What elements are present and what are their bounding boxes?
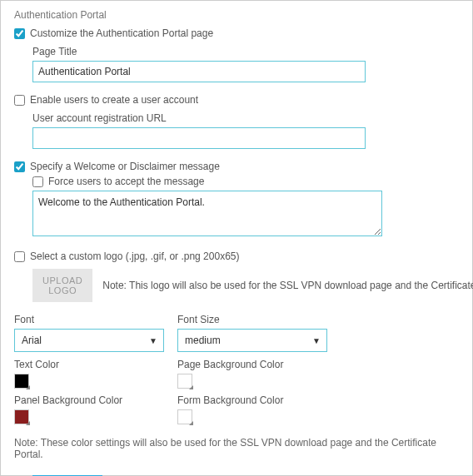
page-bg-col: Page Background Color [177, 359, 327, 391]
font-select[interactable]: Arial [14, 329, 164, 352]
panel-title: Authentication Portal [14, 9, 459, 21]
enable-users-label: Enable users to create a user account [30, 94, 198, 106]
force-row: Force users to accept the message [32, 176, 459, 187]
welcome-label: Specify a Welcome or Disclaimer message [30, 161, 220, 172]
font-size-col: Font Size medium ▼ [177, 314, 327, 352]
user-url-input[interactable] [32, 127, 366, 149]
page-bg-label: Page Background Color [177, 359, 327, 370]
page-title-label: Page Title [32, 46, 459, 57]
force-label: Force users to accept the message [48, 176, 204, 187]
color-note: Note: These color settings will also be … [14, 437, 459, 460]
page-title-input[interactable] [32, 61, 366, 82]
form-bg-col: Form Background Color [177, 394, 327, 427]
welcome-message-textarea[interactable] [32, 191, 382, 236]
customize-checkbox[interactable] [14, 28, 25, 39]
panel-bg-swatch[interactable] [14, 409, 29, 424]
text-color-col: Text Color [14, 359, 164, 391]
color-row-2: Panel Background Color Form Background C… [14, 394, 459, 427]
font-row: Font Arial ▼ Font Size medium ▼ [14, 314, 459, 352]
font-col: Font Arial ▼ [14, 314, 164, 352]
welcome-row: Specify a Welcome or Disclaimer message [14, 161, 459, 172]
font-label: Font [14, 314, 164, 325]
logo-label: Select a custom logo (.jpg, .gif, or .pn… [30, 250, 239, 262]
upload-note: Note: This logo will also be used for th… [102, 280, 473, 291]
panel-bg-col: Panel Background Color [14, 394, 164, 427]
text-color-label: Text Color [14, 359, 164, 370]
panel-bg-label: Panel Background Color [14, 394, 164, 406]
enable-users-checkbox[interactable] [14, 95, 25, 106]
font-size-label: Font Size [177, 314, 327, 325]
upload-row: UPLOAD LOGO Note: This logo will also be… [32, 269, 459, 302]
welcome-checkbox[interactable] [14, 161, 25, 172]
form-bg-swatch[interactable] [177, 409, 192, 424]
enable-users-row: Enable users to create a user account [14, 94, 459, 106]
force-checkbox[interactable] [32, 176, 43, 187]
user-url-label: User account registration URL [32, 112, 459, 124]
font-size-select[interactable]: medium [177, 329, 327, 352]
logo-row: Select a custom logo (.jpg, .gif, or .pn… [14, 250, 459, 262]
upload-logo-button[interactable]: UPLOAD LOGO [32, 269, 92, 302]
font-size-select-wrap: medium ▼ [177, 329, 327, 352]
authentication-portal-panel: Authentication Portal Customize the Auth… [0, 0, 473, 476]
color-row-1: Text Color Page Background Color [14, 359, 459, 391]
page-bg-swatch[interactable] [177, 374, 192, 389]
customize-row: Customize the Authentication Portal page [14, 27, 459, 39]
text-color-swatch[interactable] [14, 374, 29, 389]
customize-label: Customize the Authentication Portal page [30, 27, 213, 39]
form-bg-label: Form Background Color [177, 394, 327, 406]
font-select-wrap: Arial ▼ [14, 329, 164, 352]
logo-checkbox[interactable] [14, 251, 25, 262]
